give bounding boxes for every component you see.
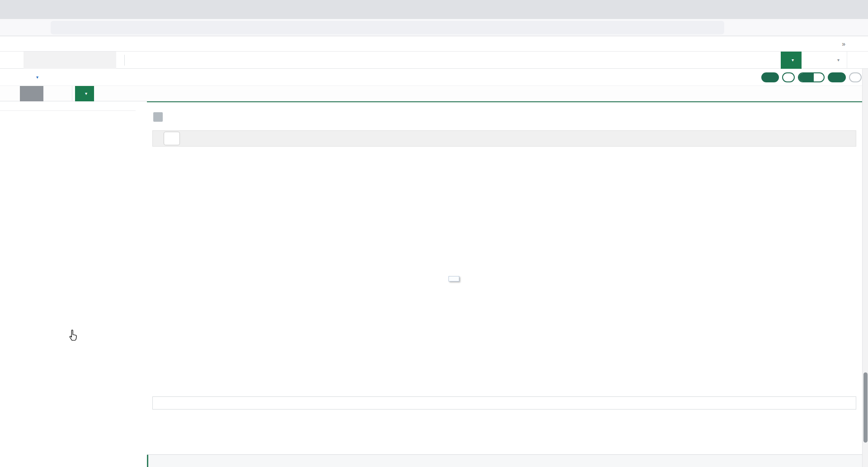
downloads-icon[interactable] [729,24,736,31]
copy-button[interactable] [788,114,797,122]
bookmark-star-icon[interactable] [712,24,720,31]
close-button[interactable] [847,0,868,19]
chemacx-badge[interactable] [828,72,846,82]
browser-url-row [0,19,868,36]
annotation-toolbar [152,130,856,147]
caret-down-icon: ▾ [36,75,38,80]
scrollbar-thumb[interactable] [863,372,868,443]
experiment-contents-sidebar [0,101,136,454]
caret-down-icon: ▾ [837,57,840,62]
download-button[interactable] [819,114,827,122]
search-icon [833,74,839,80]
address-bar[interactable] [51,21,724,34]
file-title-row [153,112,171,122]
caret-down-icon: ▾ [792,57,794,62]
other-bookmarks[interactable] [853,41,863,48]
layout-button [842,134,850,143]
mouse-cursor-hand [68,328,80,341]
publish-badge[interactable] [849,72,862,82]
pencil-icon [803,74,809,80]
back-button[interactable] [5,21,17,34]
active-badge [782,72,795,82]
maximize-icon [834,7,840,13]
collapse-sidebar-button[interactable] [4,88,15,99]
extensions-icon[interactable] [755,24,763,31]
zoom-tool-button[interactable] [164,132,180,145]
chart-zone [147,150,868,404]
tab-contents[interactable] [20,86,43,101]
signals-logo[interactable] [0,54,24,66]
account-icon[interactable] [742,24,750,31]
save-page-icon[interactable] [702,24,709,31]
add-new-button[interactable]: ▾ [781,52,802,69]
tag-table [152,396,856,410]
crop-button[interactable] [813,134,821,143]
collapse-icon [4,88,14,97]
bell-icon [816,56,824,64]
nutrient-chart [253,164,674,399]
folder-icon [853,41,860,48]
favorite-star-icon[interactable] [746,72,756,82]
toolbar-divider [72,86,72,101]
section-tab-strip [147,454,868,467]
duplicate-button[interactable] [804,114,812,122]
bookmarks-bar: » [0,37,868,52]
magnifier-icon [168,134,176,143]
annotation-right-tools [813,134,850,143]
header-divider [124,55,125,66]
breadcrumb-page[interactable]: ▾ [24,74,38,81]
minimize-button[interactable] [806,0,826,19]
table-icon [26,90,33,97]
lock-icon[interactable] [66,24,73,31]
user-menu[interactable]: ▾ [834,57,840,62]
chevron-down-icon [796,6,802,13]
breadcrumb-row: ▾ [0,69,868,86]
reload-icon [33,21,41,29]
browser-tab-strip [0,0,868,19]
notifications-button[interactable] [813,56,824,64]
quick-find-input[interactable] [24,52,116,69]
close-icon [855,7,861,13]
minimize-icon [813,7,819,13]
back-icon [5,21,12,29]
public-badge[interactable] [798,72,825,82]
bookmarks-overflow-icon[interactable]: » [842,40,845,48]
menu-icon[interactable] [768,24,776,31]
list-tabs-button[interactable] [792,3,806,16]
forward-icon [19,21,27,29]
panel-icon [4,3,12,11]
app-grid-button[interactable] [847,52,868,69]
add-content-button[interactable]: ▾ [75,86,94,101]
maximize-button[interactable] [826,0,847,19]
forward-button[interactable] [19,21,32,34]
shield-icon[interactable] [55,24,62,31]
grid-dots-icon [854,56,862,64]
image-file-icon [153,112,163,122]
sidebar-divider [0,110,136,111]
tab-comments[interactable] [43,86,69,101]
image-info-button[interactable] [828,134,836,143]
comment-count-badge[interactable] [761,72,779,82]
chat-icon [769,74,774,80]
new-tab-button[interactable] [19,3,32,16]
content-toolbar: ▾ [0,86,868,101]
firefox-view-icon[interactable] [4,3,17,16]
notebook-icon [24,74,31,81]
comments-icon [51,90,58,97]
breadcrumb-notebook[interactable] [6,74,16,81]
annotation-tooltip [448,276,459,281]
book-icon [6,74,14,81]
app-header: ▾ ▾ [0,52,868,69]
add-section-tab-button[interactable] [148,455,163,467]
file-viewer-panel [147,101,868,454]
caret-down-icon: ▾ [85,91,87,96]
file-actions [788,114,853,122]
status-badges [746,72,862,82]
signals-swirl-icon [5,54,17,66]
delete-button[interactable] [844,114,853,122]
reload-button[interactable] [33,21,46,34]
